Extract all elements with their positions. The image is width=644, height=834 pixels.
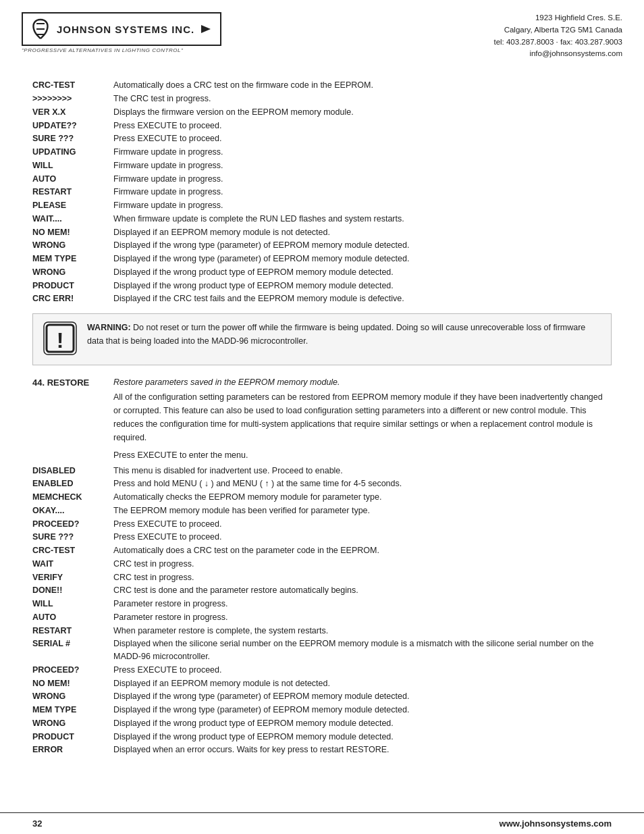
cmd-key: PLEASE xyxy=(32,199,113,212)
cmd-val: Automatically checks the EEPROM memory m… xyxy=(113,491,612,504)
table-row: PROCEED?Press EXECUTE to proceed. xyxy=(32,664,612,677)
table-row: WRONGDisplayed if the wrong product type… xyxy=(32,266,612,279)
table-row: AUTOParameter restore in progress. xyxy=(32,611,612,624)
address-line1: 1923 Highfield Cres. S.E. xyxy=(493,12,622,24)
cmd-val: Press EXECUTE to proceed. xyxy=(113,120,612,132)
section44-desc: All of the configuration setting paramet… xyxy=(113,390,612,444)
table-row: WRONGDisplayed if the wrong type (parame… xyxy=(32,239,612,252)
cmd-val: Press and hold MENU ( ↓ ) and MENU ( ↑ )… xyxy=(113,477,612,490)
cmd-key: WRONG xyxy=(32,690,113,703)
table-row: VER X.XDisplays the firmware version on … xyxy=(32,106,612,119)
cmd-val: Displayed if the wrong type (parameter) … xyxy=(113,253,612,265)
table-row: PRODUCTDisplayed if the wrong product ty… xyxy=(32,280,612,292)
table-row: DONE!!CRC test is done and the parameter… xyxy=(32,584,612,597)
warning-text: WARNING: Do not reset or turn the power … xyxy=(87,321,601,348)
logo-tagline: "PROGRESSIVE ALTERNATIVES IN LIGHTING CO… xyxy=(22,47,183,53)
cmd-key: WRONG xyxy=(32,239,113,252)
cmd-key: ENABLED xyxy=(32,477,113,490)
cmd-key: SURE ??? xyxy=(32,132,113,145)
cmd-val: Automatically does a CRC test on the par… xyxy=(113,544,612,557)
cmd-key: WAIT xyxy=(32,558,113,571)
footer: 32 www.johnsonsystems.com xyxy=(0,812,644,834)
cmd-val: Firmware update in progress. xyxy=(113,159,612,172)
table-row: WAIT....When firmware update is complete… xyxy=(32,213,612,226)
table-row: MEM TYPEDisplayed if the wrong type (par… xyxy=(32,253,612,265)
logo-text: JOHNSON SYSTEMS INC. xyxy=(57,24,194,35)
section44-header-row: 44. RESTORE Restore parameters saved in … xyxy=(32,376,612,390)
jsi-logo-icon xyxy=(28,17,53,41)
table-row: UPDATINGFirmware update in progress. xyxy=(32,146,612,159)
section44-enter: Press EXECUTE to enter the menu. xyxy=(113,448,612,462)
cmd-key: WAIT.... xyxy=(32,213,113,226)
cmd-val: Firmware update in progress. xyxy=(113,173,612,186)
cmd-key: ERROR xyxy=(32,744,113,756)
cmd-val: CRC test in progress. xyxy=(113,571,612,584)
cmd-key: CRC ERR! xyxy=(32,292,113,305)
cmd-key: MEM TYPE xyxy=(32,253,113,265)
cmd-key: AUTO xyxy=(32,173,113,186)
table-row: NO MEM!Displayed if an EEPROM memory mod… xyxy=(32,226,612,239)
warning-icon: ! xyxy=(43,321,78,356)
cmd-val: Displayed if an EEPROM memory module is … xyxy=(113,226,612,239)
table-row: ENABLEDPress and hold MENU ( ↓ ) and MEN… xyxy=(32,477,612,490)
cmd-val: Displayed if the wrong product type of E… xyxy=(113,731,612,744)
table-row: SURE ???Press EXECUTE to proceed. xyxy=(32,531,612,544)
table-row: RESTARTFirmware update in progress. xyxy=(32,186,612,199)
cmd-val: Displayed if the wrong type (parameter) … xyxy=(113,704,612,716)
cmd-val: Firmware update in progress. xyxy=(113,146,612,159)
logo-area: JOHNSON SYSTEMS INC. "PROGRESSIVE ALTERN… xyxy=(22,12,221,53)
cmd-key: PROCEED? xyxy=(32,664,113,677)
section44-title: Restore parameters saved in the EEPROM m… xyxy=(113,376,612,389)
cmd-val: Press EXECUTE to proceed. xyxy=(113,132,612,145)
cmd-val: When firmware update is complete the RUN… xyxy=(113,213,612,226)
cmd-val: Press EXECUTE to proceed. xyxy=(113,664,612,677)
cmd-val: Displayed if an EEPROM memory module is … xyxy=(113,677,612,690)
cmd-key: UPDATING xyxy=(32,146,113,159)
cmd-key: WRONG xyxy=(32,266,113,279)
cmd-val: CRC test is done and the parameter resto… xyxy=(113,584,612,597)
main-content: CRC-TESTAutomatically does a CRC test on… xyxy=(0,67,644,783)
cmd-key: CRC-TEST xyxy=(32,79,113,92)
company-info: 1923 Highfield Cres. S.E. Calgary, Alber… xyxy=(493,12,622,60)
cmd-val: Displayed when an error occurs. Waits fo… xyxy=(113,744,612,756)
table-row: WRONGDisplayed if the wrong type (parame… xyxy=(32,690,612,703)
cmd-key: SURE ??? xyxy=(32,531,113,544)
cmd-key: RESTART xyxy=(32,625,113,637)
cmd-key: NO MEM! xyxy=(32,226,113,239)
cmd-key: MEMCHECK xyxy=(32,491,113,504)
table-row: WAITCRC test in progress. xyxy=(32,558,612,571)
cmd-val: Displayed if the wrong product type of E… xyxy=(113,266,612,279)
cmd-key: >>>>>>>> xyxy=(32,93,113,105)
warning-body: Do not reset or turn the power off while… xyxy=(87,323,585,346)
warning-box: ! WARNING: Do not reset or turn the powe… xyxy=(32,313,612,365)
phone: tel: 403.287.8003 · fax: 403.287.9003 xyxy=(493,36,622,49)
cmd-key: WRONG xyxy=(32,717,113,730)
cmd-key: UPDATE?? xyxy=(32,120,113,132)
commands-top-table: CRC-TESTAutomatically does a CRC test on… xyxy=(32,79,612,305)
table-row: OKAY....The EEPROM memory module has bee… xyxy=(32,504,612,517)
cmd-key: DISABLED xyxy=(32,465,113,477)
cmd-val: When parameter restore is complete, the … xyxy=(113,625,612,637)
cmd-val: Displayed if the wrong type (parameter) … xyxy=(113,690,612,703)
cmd-val: Automatically does a CRC test on the fir… xyxy=(113,79,612,92)
commands-bottom-table: DISABLEDThis menu is disabled for inadve… xyxy=(32,465,612,757)
cmd-val: Displayed if the CRC test fails and the … xyxy=(113,292,612,305)
cmd-key: PROCEED? xyxy=(32,518,113,531)
cmd-val: This menu is disabled for inadvertent us… xyxy=(113,465,612,477)
table-row: WILLParameter restore in progress. xyxy=(32,598,612,610)
cmd-key: VERIFY xyxy=(32,571,113,584)
table-row: WRONGDisplayed if the wrong product type… xyxy=(32,717,612,730)
page: JOHNSON SYSTEMS INC. "PROGRESSIVE ALTERN… xyxy=(0,0,644,834)
cmd-key: CRC-TEST xyxy=(32,544,113,557)
cmd-key: OKAY.... xyxy=(32,504,113,517)
cmd-val: Displays the firmware version on the EEP… xyxy=(113,106,612,119)
table-row: AUTOFirmware update in progress. xyxy=(32,173,612,186)
svg-text:!: ! xyxy=(57,328,64,353)
svg-marker-3 xyxy=(201,25,211,33)
cmd-val: Firmware update in progress. xyxy=(113,186,612,199)
table-row: MEM TYPEDisplayed if the wrong type (par… xyxy=(32,704,612,716)
cmd-val: Firmware update in progress. xyxy=(113,199,612,212)
cmd-key: WILL xyxy=(32,159,113,172)
logo-arrow-icon xyxy=(198,22,213,36)
address-line2: Calgary, Alberta T2G 5M1 Canada xyxy=(493,24,622,36)
